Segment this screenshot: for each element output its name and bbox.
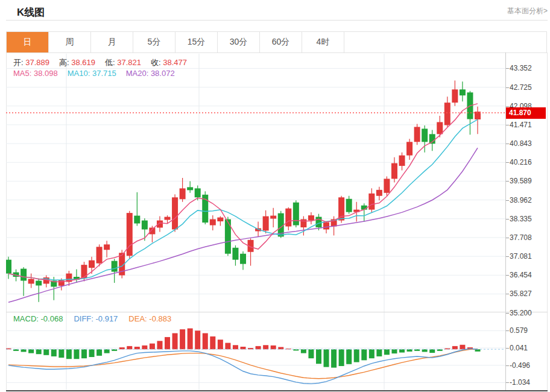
candle-body: [172, 197, 178, 229]
axis-tick: [506, 294, 509, 294]
macd-bar: [429, 349, 435, 353]
candle-body: [437, 122, 443, 134]
readout-item: DIFF: -0.917: [74, 314, 118, 323]
macd-bar: [233, 345, 238, 349]
axis-tick: [506, 87, 509, 88]
candle-body: [28, 279, 34, 283]
kline-widget: K线图 基本面分析> 日周月5分15分30分60分4时 开: 37.889高: …: [0, 0, 550, 392]
macd-bar: [369, 349, 375, 358]
macd-bar: [165, 337, 170, 349]
candle-body: [270, 216, 276, 219]
current-price-tag: 41.870: [506, 107, 546, 119]
axis-label: 35.200: [510, 309, 532, 317]
axis-label: 38.962: [510, 196, 532, 204]
candle-body: [376, 190, 382, 196]
candlestick-chart[interactable]: [6, 54, 505, 312]
candle-body: [180, 188, 186, 199]
macd-bar: [407, 349, 413, 352]
macd-bar: [150, 344, 155, 350]
readout-item: MACD: -0.068: [13, 314, 63, 323]
tab-日[interactable]: 日: [7, 32, 49, 52]
macd-bar: [66, 349, 72, 359]
macd-bar: [127, 346, 132, 349]
macd-chart[interactable]: [6, 312, 505, 391]
axis-label: 43.352: [510, 64, 532, 72]
macd-bar: [89, 349, 95, 357]
axis-tick: [506, 68, 509, 69]
axis-label: 42.725: [510, 83, 532, 92]
axis-label: 36.454: [510, 271, 532, 279]
axis-tick: [506, 365, 509, 366]
macd-bar: [142, 346, 147, 349]
tab-周[interactable]: 周: [49, 32, 91, 52]
macd-bar: [308, 349, 314, 358]
macd-bar: [475, 349, 481, 352]
macd-bar: [218, 340, 223, 349]
candle-body: [81, 265, 87, 278]
candle-body: [368, 194, 375, 210]
tab-60分[interactable]: 60分: [260, 32, 302, 52]
axis-label: 40.843: [510, 139, 532, 148]
candle-body: [187, 187, 193, 190]
fundamental-analysis-link[interactable]: 基本面分析>: [507, 6, 548, 16]
candle-body: [399, 156, 405, 166]
axis-label: 0.579: [510, 326, 528, 335]
panel-right-border: [547, 52, 548, 391]
candle-body: [391, 163, 397, 179]
candle-body: [217, 218, 223, 221]
macd-bar: [263, 345, 268, 349]
axis-label: 37.708: [510, 233, 532, 242]
candle-body: [36, 280, 42, 285]
candle-body: [323, 223, 329, 230]
tab-5分[interactable]: 5分: [133, 32, 175, 52]
candle-body: [142, 221, 148, 230]
panel-divider: [6, 312, 548, 312]
macd-bar: [301, 349, 306, 353]
tab-4时[interactable]: 4时: [302, 32, 344, 52]
candle-body: [6, 260, 11, 274]
candle-body: [112, 261, 118, 272]
tab-30分[interactable]: 30分: [218, 32, 260, 52]
macd-bar: [188, 328, 193, 349]
macd-bar: [256, 346, 261, 349]
macd-bar: [36, 349, 42, 354]
axis-label: 37.081: [510, 252, 532, 261]
macd-bar: [96, 349, 102, 356]
tab-15分[interactable]: 15分: [175, 32, 218, 52]
readout-item: MA5: 38.098: [13, 69, 58, 78]
ma-readout: MA5: 38.098MA10: 37.715MA20: 38.072: [13, 69, 185, 78]
candle-body: [338, 197, 344, 220]
axis-tick: [506, 238, 509, 238]
axis-tick: [506, 256, 509, 257]
candle-body: [406, 142, 413, 155]
macd-bar: [51, 349, 57, 356]
macd-bar: [203, 334, 208, 350]
axis-label: 39.589: [510, 177, 532, 185]
axis-tick: [506, 125, 509, 125]
candle-body: [96, 247, 103, 263]
candle-body: [127, 213, 133, 256]
candle-body: [361, 206, 367, 210]
axis-label: 0.041: [510, 344, 528, 352]
candle-body: [225, 220, 231, 254]
candle-body: [263, 217, 269, 231]
y-axis-line: [505, 52, 506, 391]
candle-body: [460, 89, 466, 95]
axis-tick: [506, 313, 509, 314]
axis-tick: [506, 219, 509, 220]
macd-bar: [74, 349, 79, 359]
axis-tick: [506, 275, 509, 276]
macd-bar: [225, 343, 230, 350]
candle-body: [444, 103, 450, 125]
candle-body: [134, 216, 140, 224]
macd-bar: [422, 349, 428, 352]
candle-body: [422, 128, 428, 142]
axis-tick: [506, 181, 509, 182]
axis-tick: [506, 330, 509, 331]
tab-月[interactable]: 月: [91, 32, 133, 52]
macd-bar: [172, 334, 178, 350]
candle-body: [452, 89, 458, 103]
chart-bottom-border: [6, 390, 548, 391]
macd-bar: [104, 349, 110, 353]
candle-body: [21, 269, 27, 281]
